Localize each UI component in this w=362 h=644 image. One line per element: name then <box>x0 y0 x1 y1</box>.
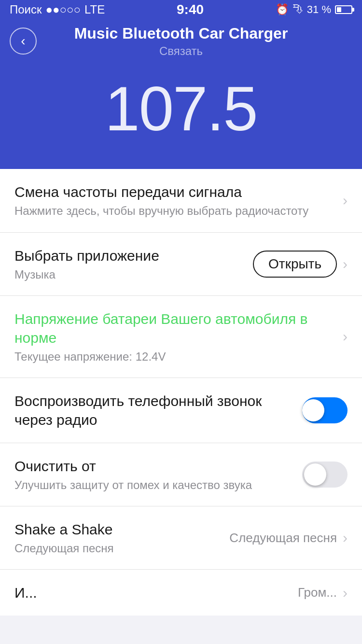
change-freq-right: › <box>343 192 348 209</box>
battery-voltage-subtitle: Текущее напряжение: 12.4V <box>14 349 343 364</box>
battery-percent: 31 % <box>307 3 331 16</box>
shake-title: Shake a Shake <box>14 520 229 539</box>
clean-noise-toggle[interactable] <box>302 462 348 488</box>
select-app-title: Выбрать приложение <box>14 246 253 265</box>
phone-call-toggle[interactable] <box>302 397 348 423</box>
header-title-area: Music Bluetooth Car Charger Связать <box>37 24 325 58</box>
phone-call-title: Воспроизводить телефонный звонок через р… <box>14 392 302 429</box>
settings-item-phone-call[interactable]: Воспроизводить телефонный звонок через р… <box>0 378 362 443</box>
phone-call-right <box>302 397 348 423</box>
bluetooth-icon: ⮷ <box>292 3 303 16</box>
settings-item-content-change-freq: Смена частоты передачи сигнала Нажмите з… <box>14 182 343 218</box>
settings-item-content-partial: И... <box>14 583 298 602</box>
select-app-right: Открыть › <box>253 251 348 278</box>
shake-right: Следующая песня › <box>229 530 348 546</box>
change-freq-title: Смена частоты передачи сигнала <box>14 182 343 201</box>
status-right: ⏰ ⮷ 31 % <box>276 3 352 16</box>
frequency-display: 107.5 <box>0 58 362 169</box>
select-app-subtitle: Музыка <box>14 267 253 282</box>
clean-noise-right <box>302 462 348 488</box>
select-app-chevron-icon: › <box>343 256 348 272</box>
settings-item-shake-a-shake[interactable]: Shake a Shake Следующая песня Следующая … <box>0 506 362 570</box>
settings-item-content-clean-noise: Очистить от Улучшить защиту от помех и к… <box>14 457 302 492</box>
battery-voltage-right: › <box>343 328 348 345</box>
clean-noise-toggle-thumb <box>304 463 326 486</box>
carrier-label: Поиск <box>10 3 42 16</box>
frequency-value: 107.5 <box>105 77 257 140</box>
settings-item-content-battery-voltage: Напряжение батареи Вашего автомобиля в н… <box>14 309 343 364</box>
partial-value: Гром... <box>298 585 337 600</box>
status-time: 9:40 <box>177 2 204 17</box>
shake-value: Следующая песня <box>229 531 337 546</box>
status-bar: Поиск ●●○○○ LTE 9:40 ⏰ ⮷ 31 % <box>0 0 362 19</box>
alarm-icon: ⏰ <box>276 3 289 16</box>
settings-list: Смена частоты передачи сигнала Нажмите з… <box>0 169 362 616</box>
settings-item-content-phone-call: Воспроизводить телефонный звонок через р… <box>14 392 302 429</box>
clean-noise-subtitle: Улучшить защиту от помех и качество звук… <box>14 477 302 492</box>
settings-item-change-freq[interactable]: Смена частоты передачи сигнала Нажмите з… <box>0 169 362 232</box>
battery-voltage-chevron-icon: › <box>343 328 348 345</box>
battery-icon <box>335 5 352 14</box>
back-button[interactable]: ‹ <box>10 28 37 55</box>
connect-subtitle: Связать <box>37 44 325 58</box>
header: ‹ Music Bluetooth Car Charger Связать <box>0 19 362 58</box>
partial-chevron-icon: › <box>343 585 348 601</box>
back-chevron-icon: ‹ <box>21 33 25 49</box>
partial-right: Гром... › <box>298 585 348 601</box>
network-label: LTE <box>84 3 105 16</box>
settings-item-clean-noise[interactable]: Очистить от Улучшить защиту от помех и к… <box>0 443 362 506</box>
change-freq-chevron-icon: › <box>343 192 348 209</box>
open-app-button[interactable]: Открыть <box>253 251 337 278</box>
settings-item-partial[interactable]: И... Гром... › <box>0 570 362 616</box>
battery-voltage-title: Напряжение батареи Вашего автомобиля в н… <box>14 309 343 347</box>
change-freq-subtitle: Нажмите здесь, чтобы вручную выбрать рад… <box>14 203 343 218</box>
status-left: Поиск ●●○○○ LTE <box>10 3 105 16</box>
partial-title: И... <box>14 583 298 602</box>
settings-item-select-app[interactable]: Выбрать приложение Музыка Открыть › <box>0 233 362 296</box>
settings-item-content-shake: Shake a Shake Следующая песня <box>14 520 229 556</box>
phone-call-toggle-thumb <box>302 399 324 421</box>
signal-dots: ●●○○○ <box>46 3 81 16</box>
settings-item-battery-voltage[interactable]: Напряжение батареи Вашего автомобиля в н… <box>0 296 362 378</box>
settings-item-content-select-app: Выбрать приложение Музыка <box>14 246 253 282</box>
clean-noise-title: Очистить от <box>14 457 302 476</box>
shake-subtitle: Следующая песня <box>14 541 229 556</box>
page-title: Music Bluetooth Car Charger <box>37 24 325 42</box>
shake-chevron-icon: › <box>343 530 348 546</box>
